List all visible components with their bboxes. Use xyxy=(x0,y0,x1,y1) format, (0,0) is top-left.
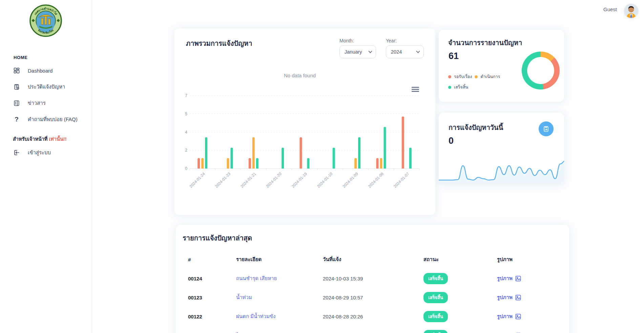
sidebar-item-label: ข่าวสาร xyxy=(28,99,46,107)
svg-text:2024-01-19: 2024-01-19 xyxy=(291,172,308,189)
col-header-id: # xyxy=(188,257,236,262)
svg-text:0: 0 xyxy=(185,166,187,171)
svg-text:2024-01-09: 2024-01-09 xyxy=(342,172,359,189)
year-filter-label: Year: xyxy=(386,38,424,43)
table-row: 00123 น้ำท่วม 2024-08-29 10:57 เสร็จสิ้น… xyxy=(176,288,569,307)
image-icon xyxy=(515,275,521,282)
no-data-message: No data found xyxy=(174,73,425,78)
month-select[interactable]: January xyxy=(339,45,376,58)
latest-reports-card: รายการแจ้งปัญหาล่าสุด # รายละเอียด วันที… xyxy=(176,225,569,333)
sidebar: เทศบาลตำบลป่าไผ่ จังหวัดเชียงใหม่ HOME D… xyxy=(0,0,92,333)
year-select[interactable]: 2024 xyxy=(386,45,424,58)
today-count: 0 xyxy=(449,136,454,146)
image-icon xyxy=(515,313,521,320)
legend-item-pending[interactable]: รอรับเรื่อง xyxy=(448,73,472,80)
col-header-detail: รายละเอียด xyxy=(236,255,323,263)
table-row: 00122 ฝนตก มีน้ำท่วมขัง 2024-08-28 20:26… xyxy=(176,307,569,326)
login-icon xyxy=(13,149,20,156)
report-detail-link[interactable]: ไฟดับ xyxy=(236,331,323,333)
sparkline-chart xyxy=(439,157,564,184)
legend-dot-done xyxy=(448,86,451,89)
status-badge: เสร็จสิ้น xyxy=(423,292,448,303)
user-avatar[interactable] xyxy=(624,4,638,18)
sidebar-section-home: HOME xyxy=(14,55,27,60)
staff-note-highlight: เท่านั้น!! xyxy=(49,136,66,142)
donut-legend: รอรับเรื่อง ดำเนินการ เสร็จสิ้น xyxy=(448,73,502,94)
question-mark-icon: ? xyxy=(13,116,20,123)
reports-table: # รายละเอียด วันที่แจ้ง สถานะ รูปภาพ 001… xyxy=(176,250,569,333)
dashboard-page: เทศบาลตำบลป่าไผ่ จังหวัดเชียงใหม่ HOME D… xyxy=(0,0,644,333)
status-badge: เสร็จสิ้น xyxy=(423,330,448,333)
dashboard-grid-icon xyxy=(13,67,20,74)
svg-text:2024-01-08: 2024-01-08 xyxy=(367,172,384,189)
svg-text:2024-01-07: 2024-01-07 xyxy=(393,172,410,189)
month-filter-label: Month: xyxy=(339,38,376,43)
table-header-row: # รายละเอียด วันที่แจ้ง สถานะ รูปภาพ xyxy=(176,250,569,269)
year-select-value: 2024 xyxy=(391,49,402,55)
legend-label: ดำเนินการ xyxy=(480,73,500,80)
municipality-logo: เทศบาลตำบลป่าไผ่ จังหวัดเชียงใหม่ xyxy=(29,4,62,37)
image-link[interactable]: รูปภาพ xyxy=(497,293,569,301)
col-header-status: สถานะ xyxy=(423,255,497,263)
sidebar-item-label: เข้าสู่ระบบ xyxy=(28,149,51,157)
chevron-down-icon xyxy=(368,49,372,53)
report-date: 2024-08-28 20:26 xyxy=(323,314,423,319)
image-link-label: รูปภาพ xyxy=(497,293,513,301)
month-select-value: January xyxy=(345,49,362,55)
report-date: 2024-08-29 10:57 xyxy=(323,295,423,300)
image-link-label: รูปภาพ xyxy=(497,274,513,282)
overview-chart-card: ภาพรวมการแจ้งปัญหา Month: January Year: … xyxy=(174,28,435,215)
col-header-image: รูปภาพ xyxy=(497,255,569,263)
sidebar-item-login[interactable]: เข้าสู่ระบบ xyxy=(0,145,92,160)
donut-chart xyxy=(522,52,560,90)
legend-item-done[interactable]: เสร็จสิ้น xyxy=(448,84,468,91)
svg-text:5: 5 xyxy=(185,112,187,116)
report-detail-link[interactable]: ถนนชำรุด เสียหาย xyxy=(236,274,323,282)
image-icon xyxy=(515,294,521,301)
image-link[interactable]: รูปภาพ xyxy=(497,274,569,282)
image-link[interactable]: รูปภาพ xyxy=(497,331,569,333)
svg-text:2024-01-24: 2024-01-24 xyxy=(189,172,206,189)
today-report-button[interactable] xyxy=(539,121,554,136)
sidebar-item-faq[interactable]: ? คำถามที่พบบ่อย (FAQ) xyxy=(0,112,92,127)
sidebar-item-news[interactable]: ข่าวสาร xyxy=(0,96,92,111)
bar-chart: 024572024-01-242024-01-232024-01-212024-… xyxy=(181,91,430,203)
clipboard-clock-icon xyxy=(13,83,20,91)
legend-item-inprogress[interactable]: ดำเนินการ xyxy=(475,73,500,80)
report-count-card: จำนวนการรายงานปัญหา 61 รอรับเรื่อง ดำเนิ… xyxy=(439,30,564,102)
report-count-title: จำนวนการรายงานปัญหา xyxy=(448,37,522,48)
table-row: 00120 ไฟดับ 2024-06-15 21:51 เสร็จสิ้น ร… xyxy=(176,326,569,333)
sidebar-item-dashboard[interactable]: Dashboard xyxy=(0,63,92,78)
report-id: 00123 xyxy=(188,295,236,300)
overview-title: ภาพรวมการแจ้งปัญหา xyxy=(186,38,252,49)
image-link[interactable]: รูปภาพ xyxy=(497,312,569,320)
svg-text:2024-01-23: 2024-01-23 xyxy=(214,172,231,189)
sidebar-item-label: Dashboard xyxy=(28,68,53,74)
report-id: 00124 xyxy=(188,276,236,281)
report-date: 2024-10-03 15:39 xyxy=(323,276,423,281)
report-detail-link[interactable]: ฝนตก มีน้ำท่วมขัง xyxy=(236,312,323,320)
report-detail-link[interactable]: น้ำท่วม xyxy=(236,293,323,301)
svg-text:2024-01-10: 2024-01-10 xyxy=(316,172,333,189)
image-link-label: รูปภาพ xyxy=(497,312,513,320)
month-filter: Month: January xyxy=(339,38,376,58)
table-title: รายการแจ้งปัญหาล่าสุด xyxy=(183,233,252,243)
table-row: 00124 ถนนชำรุด เสียหาย 2024-10-03 15:39 … xyxy=(176,269,569,288)
today-title: การแจ้งปัญหาวันนี้ xyxy=(449,122,503,133)
staff-only-note: สำหรับเจ้าหน้าที่ เท่านั้น!! xyxy=(13,135,87,143)
clipboard-chart-icon xyxy=(543,125,549,132)
chevron-down-icon xyxy=(416,49,420,53)
image-link-label: รูปภาพ xyxy=(497,331,513,333)
svg-text:4: 4 xyxy=(185,130,187,135)
svg-text:7: 7 xyxy=(185,93,187,98)
today-reports-card: การแจ้งปัญหาวันนี้ 0 xyxy=(439,113,564,184)
svg-text:2024-01-20: 2024-01-20 xyxy=(265,172,282,189)
sidebar-item-label: คำถามที่พบบ่อย (FAQ) xyxy=(28,115,78,123)
sidebar-item-report-history[interactable]: ประวัติแจ้งปัญหา xyxy=(0,79,92,94)
sidebar-item-label: ประวัติแจ้งปัญหา xyxy=(28,83,65,91)
svg-text:2: 2 xyxy=(185,148,187,153)
year-filter: Year: 2024 xyxy=(386,38,424,58)
status-badge: เสร็จสิ้น xyxy=(423,311,448,322)
legend-dot-pending xyxy=(448,75,451,78)
col-header-date: วันที่แจ้ง xyxy=(323,255,423,263)
